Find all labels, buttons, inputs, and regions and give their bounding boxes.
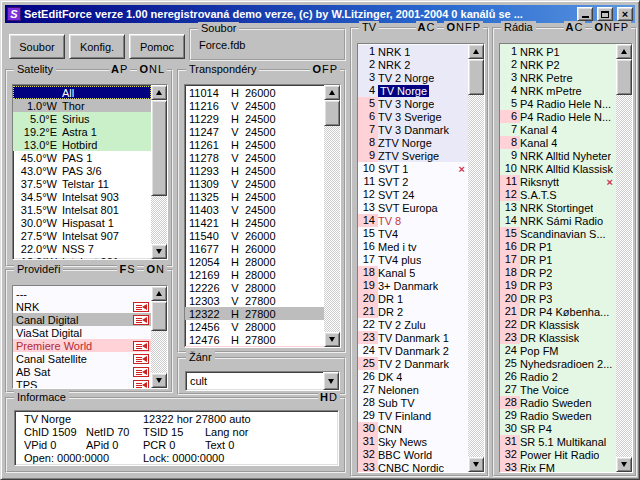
transponder-row[interactable] <box>185 346 324 347</box>
scroll-up-button[interactable] <box>151 85 167 100</box>
scroll-down-button[interactable] <box>616 457 632 472</box>
tv-channel-row[interactable]: 23TV Danmark 1 <box>358 331 468 344</box>
radio-channel-row[interactable]: 14NRK Sámi Radio <box>500 214 616 227</box>
radio-channel-row[interactable]: 20DR P3 <box>500 292 616 305</box>
satellite-row[interactable]: 13.0°EHotbird <box>13 138 151 151</box>
radio-channel-row[interactable]: 26Radio 2 <box>500 370 616 383</box>
radio-channel-row[interactable]: 18DR P2 <box>500 266 616 279</box>
soubor-button[interactable]: Soubor <box>9 34 65 59</box>
tv-channel-row[interactable]: 5TV 3 Norge <box>358 97 468 110</box>
satellite-row[interactable]: 22.0°WNSS 7 <box>13 242 151 255</box>
provider-row[interactable]: NRK <box>13 300 151 313</box>
flag-letters[interactable]: FS <box>117 263 137 275</box>
radio-channel-row[interactable]: 19DR P3 <box>500 279 616 292</box>
radio-channel-row[interactable]: 30SR P4 <box>500 422 616 435</box>
scrollbar-thumb[interactable] <box>151 301 167 331</box>
flag-letters[interactable]: ON <box>144 263 167 275</box>
tv-sort-flags[interactable]: ACONFP <box>416 21 483 33</box>
scroll-up-button[interactable] <box>616 44 632 59</box>
flag-letters[interactable]: HD <box>318 391 340 403</box>
tv-channel-row[interactable]: 32BBC World <box>358 448 468 461</box>
title-bar[interactable]: S SetEditForce verze 1.00 neregistrovaná… <box>5 5 635 23</box>
transponder-row[interactable]: 11014H26000 <box>185 86 324 99</box>
provider-row[interactable]: Canal Satellite <box>13 352 151 365</box>
radio-channel-row[interactable]: 24Pop FM <box>500 344 616 357</box>
scroll-up-button[interactable] <box>324 85 340 100</box>
genre-dropdown[interactable]: cult <box>185 371 340 391</box>
transponder-scrollbar[interactable] <box>324 85 340 347</box>
provider-row[interactable]: AB Sat <box>13 365 151 378</box>
satellite-row[interactable]: 31.5°WIntelsat 801 <box>13 203 151 216</box>
radio-channel-row[interactable]: 23DR Klassisk <box>500 331 616 344</box>
radio-channel-row[interactable]: 31SR 5.1 Multikanal <box>500 435 616 448</box>
flag-letters[interactable]: ONL <box>137 63 167 75</box>
tv-channel-row[interactable]: 4TV Norge <box>358 84 468 97</box>
radio-channel-row[interactable]: 3NRK Petre <box>500 71 616 84</box>
provider-row[interactable]: --- <box>13 287 151 300</box>
tv-channel-row[interactable]: 16Med i tv <box>358 240 468 253</box>
provider-row[interactable]: TPS <box>13 378 151 388</box>
tv-channel-row[interactable]: 24TV Danmark 2 <box>358 344 468 357</box>
tv-channel-row[interactable]: 1NRK 1 <box>358 45 468 58</box>
transponders-sort-flags[interactable]: OFP <box>310 63 340 75</box>
tv-channel-row[interactable]: 12SVT 24 <box>358 188 468 201</box>
radio-channel-row[interactable]: 5P4 Radio Hele N... <box>500 97 616 110</box>
tv-channel-row[interactable]: 11SVT 2 <box>358 175 468 188</box>
maximize-button[interactable] <box>597 7 613 21</box>
radio-channel-row[interactable]: 15Scandinavian S... <box>500 227 616 240</box>
satellite-row[interactable]: 5.0°ESirius <box>13 112 151 125</box>
satellite-row[interactable]: 19.2°EAstra 1 <box>13 125 151 138</box>
satellite-row[interactable]: All <box>13 86 151 99</box>
transponder-row[interactable]: 11247V24500 <box>185 125 324 138</box>
radio-channel-row[interactable]: 4NRK mPetre <box>500 84 616 97</box>
tv-channel-row[interactable]: 26DK 4 <box>358 370 468 383</box>
flag-letters[interactable]: AC <box>416 21 438 33</box>
info-flags[interactable]: HD <box>318 391 340 403</box>
radio-channel-row[interactable]: 9NRK Alltid Nyheter <box>500 149 616 162</box>
tv-channel-row[interactable]: 9ZTV Sverige <box>358 149 468 162</box>
transponder-row[interactable]: 11216V24500 <box>185 99 324 112</box>
satellites-sort-flags[interactable]: APONL <box>109 63 167 75</box>
radio-channel-row[interactable]: 27The Voice <box>500 383 616 396</box>
transponder-row[interactable]: 12322H27800 <box>185 307 324 320</box>
tv-channel-row[interactable]: 30CNN <box>358 422 468 435</box>
tv-channel-row[interactable]: 193+ Danmark <box>358 279 468 292</box>
transponder-row[interactable]: 11261H24500 <box>185 138 324 151</box>
tv-channel-row[interactable]: 7TV 3 Danmark <box>358 123 468 136</box>
provider-scrollbar[interactable] <box>151 286 167 388</box>
provider-row[interactable]: Canal Digital <box>13 313 151 326</box>
transponder-row[interactable]: 11325H24500 <box>185 190 324 203</box>
scroll-down-button[interactable] <box>151 244 167 259</box>
tv-channel-row[interactable]: 2NRK 2 <box>358 58 468 71</box>
tv-channel-row[interactable]: 17TV4 plus <box>358 253 468 266</box>
transponder-row[interactable]: 11677H26000 <box>185 242 324 255</box>
radio-channel-row[interactable]: 33Rix FM <box>500 461 616 472</box>
transponder-row[interactable]: 11278V24500 <box>185 151 324 164</box>
flag-letters[interactable]: ONFP <box>592 21 631 33</box>
radio-channel-row[interactable]: 2NRK P2 <box>500 58 616 71</box>
tv-channel-row[interactable]: 29TV Finland <box>358 409 468 422</box>
scroll-down-button[interactable] <box>151 373 167 388</box>
radio-channel-row[interactable]: 21DR P4 Københa... <box>500 305 616 318</box>
scroll-up-button[interactable] <box>151 286 167 301</box>
tv-channel-row[interactable]: 31Sky News <box>358 435 468 448</box>
satellite-row[interactable]: 27.5°WIntelsat 907 <box>13 229 151 242</box>
pomoc-button[interactable]: Pomoc <box>129 34 185 59</box>
radio-channel-row[interactable]: 8Kanal 4 <box>500 136 616 149</box>
transponder-row[interactable]: 11293H24500 <box>185 164 324 177</box>
scrollbar-thumb[interactable] <box>616 59 632 95</box>
provider-row[interactable]: Premiere World <box>13 339 151 352</box>
satellite-row[interactable]: 45.0°WPAS 1 <box>13 151 151 164</box>
tv-channel-row[interactable]: 6TV 3 Sverige <box>358 110 468 123</box>
tv-channel-row[interactable]: 15TV4 <box>358 227 468 240</box>
tv-channel-row[interactable]: 10SVT 1× <box>358 162 468 175</box>
transponder-row[interactable]: 11309V24500 <box>185 177 324 190</box>
radio-channel-row[interactable]: 12S.A.T.S <box>500 188 616 201</box>
tv-channel-row[interactable]: 21DR 2 <box>358 305 468 318</box>
scroll-down-button[interactable] <box>468 457 484 472</box>
scrollbar-track[interactable] <box>151 196 167 244</box>
close-button[interactable]: × <box>617 7 633 21</box>
provider-row[interactable]: ViaSat Digital <box>13 326 151 339</box>
scrollbar-track[interactable] <box>468 95 484 457</box>
radio-channel-row[interactable]: 25Nyhedsradioen 2... <box>500 357 616 370</box>
